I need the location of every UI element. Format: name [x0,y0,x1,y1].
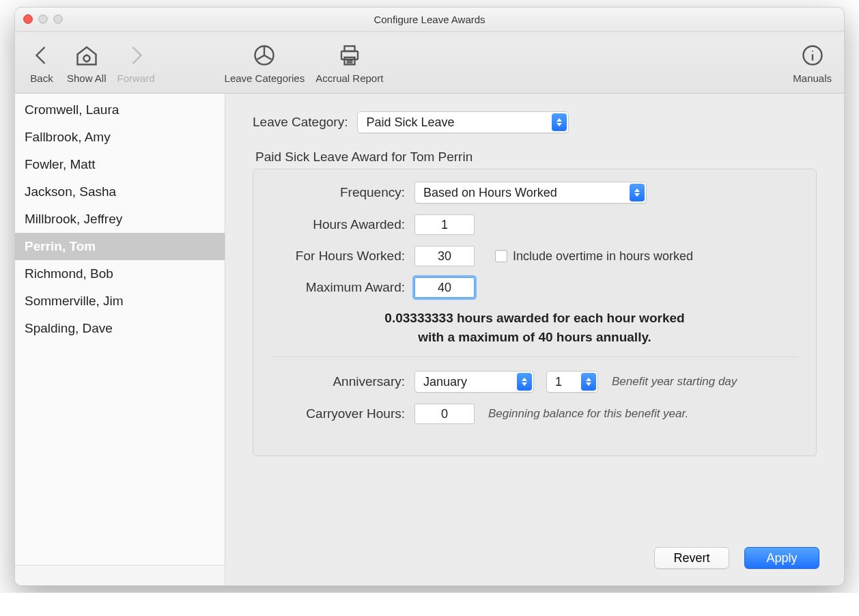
back-button[interactable]: Back [27,41,56,84]
sidebar-item-employee[interactable]: Sommerville, Jim [15,288,225,315]
anniversary-label: Anniversary: [271,374,414,389]
apply-button[interactable]: Apply [744,547,819,569]
award-summary: 0.03333333 hours awarded for each hour w… [271,309,798,347]
toolbar: Back Show All Forward Leave Cate [15,32,844,94]
revert-button[interactable]: Revert [654,547,729,569]
configure-leave-awards-window: Configure Leave Awards Back Show All For… [14,7,845,586]
sidebar-item-employee[interactable]: Fowler, Matt [15,151,225,178]
leave-category-label: Leave Category: [253,115,348,130]
minimize-window-button[interactable] [38,14,48,24]
maximum-award-label: Maximum Award: [271,280,414,295]
frequency-select[interactable]: Based on Hours Worked [414,182,647,204]
award-group: Frequency: Based on Hours Worked Hours A… [253,169,817,456]
pie-chart-icon [250,41,279,70]
anniversary-month-value: January [423,375,467,389]
carryover-hours-input[interactable] [414,404,475,424]
chevron-left-icon [27,41,56,70]
hours-awarded-label: Hours Awarded: [271,217,414,232]
for-hours-worked-input[interactable] [414,246,475,266]
select-arrows-icon [630,184,645,201]
hours-awarded-input[interactable] [414,214,475,235]
select-arrows-icon [517,373,532,391]
chevron-right-icon [122,41,150,70]
sidebar-item-employee[interactable]: Fallbrook, Amy [15,124,225,151]
close-window-button[interactable] [23,14,33,24]
forward-button: Forward [117,41,155,84]
for-hours-worked-label: For Hours Worked: [271,249,414,264]
titlebar: Configure Leave Awards [15,8,844,32]
sidebar-item-employee[interactable]: Spalding, Dave [15,315,225,342]
manuals-button[interactable]: Manuals [793,41,832,84]
sidebar-footer [15,565,225,585]
carryover-hours-label: Carryover Hours: [271,406,414,421]
main-panel: Leave Category: Paid Sick Leave Paid Sic… [225,94,844,585]
frequency-label: Frequency: [271,185,414,200]
svg-point-8 [812,51,813,52]
award-group-title: Paid Sick Leave Award for Tom Perrin [255,150,817,165]
divider [271,356,798,357]
carryover-hint: Beginning balance for this benefit year. [488,407,688,421]
sidebar-item-employee[interactable]: Richmond, Bob [15,260,225,288]
anniversary-hint: Benefit year starting day [612,375,737,389]
zoom-window-button[interactable] [53,14,63,24]
anniversary-day-value: 1 [555,375,562,389]
sidebar-item-employee[interactable]: Perrin, Tom [15,233,225,260]
anniversary-day-select[interactable]: 1 [546,371,598,393]
sidebar-item-employee[interactable]: Millbrook, Jeffrey [15,206,225,233]
home-gear-icon [72,41,101,70]
select-arrows-icon [552,113,567,131]
select-arrows-icon [581,373,596,391]
sidebar-item-employee[interactable]: Cromwell, Laura [15,96,225,124]
leave-category-value: Paid Sick Leave [366,115,454,130]
show-all-button[interactable]: Show All [67,41,107,84]
printer-icon [335,41,364,70]
employee-sidebar: Cromwell, LauraFallbrook, AmyFowler, Mat… [15,94,225,585]
sidebar-item-employee[interactable]: Jackson, Sasha [15,178,225,206]
leave-categories-button[interactable]: Leave Categories [225,41,305,84]
leave-category-select[interactable]: Paid Sick Leave [357,111,569,133]
employee-list[interactable]: Cromwell, LauraFallbrook, AmyFowler, Mat… [15,94,225,565]
frequency-value: Based on Hours Worked [423,186,557,200]
include-overtime-label: Include overtime in hours worked [513,249,693,264]
window-controls [23,14,63,24]
maximum-award-input[interactable] [414,277,475,298]
anniversary-month-select[interactable]: January [414,371,534,393]
info-icon [798,41,827,70]
include-overtime-checkbox[interactable] [495,250,507,262]
window-title: Configure Leave Awards [374,14,485,25]
accrual-report-button[interactable]: Accrual Report [315,41,383,84]
